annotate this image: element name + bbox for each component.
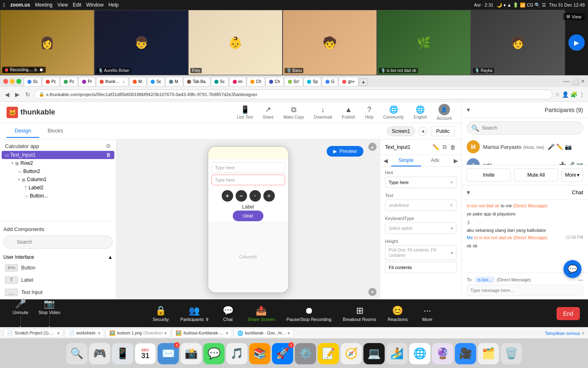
tree-item-button2[interactable]: ▭ Button2 bbox=[15, 167, 114, 175]
dock-item-arc[interactable]: 🔮 bbox=[432, 343, 453, 364]
scroll-up-button[interactable]: ▲ bbox=[368, 143, 376, 151]
component-item-label[interactable]: T Label bbox=[3, 274, 113, 286]
browser-tab-pc2[interactable]: Pc bbox=[60, 77, 78, 86]
public-button[interactable]: Public bbox=[431, 126, 455, 136]
download-chevron-worksheet[interactable]: ▾ bbox=[98, 330, 100, 336]
dock-item-chrome[interactable]: 🌐 bbox=[409, 343, 430, 364]
add-screen-button[interactable]: + bbox=[419, 127, 428, 136]
dock-item-music[interactable]: 🎵 bbox=[226, 343, 247, 364]
dock-item-appstore[interactable]: 🚀 1 bbox=[272, 343, 293, 364]
dock-item-filemanager[interactable]: 🗂️ bbox=[478, 343, 499, 364]
browser-tab-thunkable[interactable]: thunkable × bbox=[96, 77, 129, 86]
phone-btn-divide[interactable]: ÷ bbox=[263, 190, 275, 202]
text-input[interactable]: undefined × bbox=[385, 200, 457, 211]
dock-item-zoom[interactable]: 🎥 bbox=[455, 343, 476, 364]
english-button[interactable]: 🌐 English bbox=[410, 103, 430, 121]
dock-item-calendar[interactable]: DEC 31 bbox=[135, 343, 156, 364]
more-bottom-button[interactable]: ··· More bbox=[415, 304, 439, 323]
address-bar[interactable]: 🔒 x.thunkable.com/projects/5fec1af31d85b… bbox=[34, 90, 552, 99]
browser-tab-pc1[interactable]: Pc bbox=[42, 77, 60, 86]
menu-help[interactable]: Help bbox=[109, 2, 119, 8]
simple-tab[interactable]: Simple bbox=[391, 155, 421, 166]
chat-to-dropdown[interactable]: is boi... bbox=[474, 276, 495, 283]
browser-tab-sp[interactable]: Sp bbox=[303, 77, 321, 86]
browser-minimize-button[interactable]: — bbox=[563, 78, 570, 85]
browser-tab-sc3[interactable]: Sc bbox=[211, 77, 229, 86]
participants-button[interactable]: 👥 Participants 9 bbox=[176, 304, 213, 323]
chat-bubble-button[interactable]: 💬 bbox=[564, 260, 581, 278]
ui-section-header[interactable]: User Interface ▲ bbox=[3, 253, 113, 262]
tree-item-label2[interactable]: T Label2 bbox=[21, 184, 114, 192]
browser-menu-button[interactable]: ⋮ bbox=[579, 91, 585, 98]
download-item-worksheet[interactable]: 📄 worksheet- ▾ bbox=[65, 329, 104, 338]
browser-tab-tab[interactable]: Tab Ba. bbox=[183, 77, 210, 86]
stop-video-button[interactable]: 📷 Stop Video ▲ bbox=[34, 297, 65, 330]
close-tab-button[interactable]: × bbox=[122, 79, 125, 84]
component-item-button[interactable]: BTN Button bbox=[3, 262, 113, 274]
tree-item-row2[interactable]: ▾ ▦ Row2 bbox=[8, 159, 114, 167]
live-test-button[interactable]: 📱 Live Test bbox=[234, 103, 256, 121]
browser-tab-im[interactable]: im bbox=[229, 77, 247, 86]
phone-btn-plus[interactable]: + bbox=[222, 190, 233, 202]
collapse-panel-button[interactable]: ▾ bbox=[467, 106, 470, 114]
tree-item-button3[interactable]: ▭ Button... bbox=[21, 192, 114, 200]
close-download-bar-button[interactable]: × bbox=[581, 330, 585, 337]
add-adri-button[interactable]: ➕ bbox=[559, 162, 566, 165]
apple-icon[interactable]:  bbox=[3, 2, 5, 8]
collapse-chat-button[interactable]: ▾ bbox=[467, 188, 470, 196]
download-button[interactable]: ↓ Download bbox=[311, 104, 335, 121]
unmute-button[interactable]: 🎤 Unmute ▲ bbox=[8, 297, 33, 330]
scroll-down-button[interactable]: ▼ bbox=[368, 288, 376, 296]
browser-tab-sc4[interactable]: Sc! bbox=[284, 77, 303, 86]
dock-item-surfboard[interactable]: 🏄 bbox=[386, 343, 408, 364]
maximize-window-button[interactable] bbox=[16, 79, 21, 84]
dock-item-sysprefs[interactable]: 📱 bbox=[112, 343, 133, 364]
search-participants-input[interactable] bbox=[482, 125, 579, 131]
download-item-kuntilanak[interactable]: 🌐 kuntilanak - Goo...html ▾ bbox=[234, 329, 294, 338]
search-components-input[interactable] bbox=[3, 236, 113, 249]
help-button[interactable]: ? Help bbox=[362, 104, 377, 121]
props-nav-next[interactable]: ▶ bbox=[454, 157, 458, 164]
bookmark-button[interactable]: ☆ bbox=[555, 91, 560, 98]
browser-tab-g[interactable]: G bbox=[322, 77, 338, 86]
menu-view[interactable]: View bbox=[58, 2, 68, 8]
tree-item-text-input1[interactable]: ▭ Text_Input1 🗑 bbox=[2, 151, 114, 159]
phone-input-box-2[interactable]: Type here bbox=[212, 175, 285, 185]
chat-message-input[interactable] bbox=[467, 285, 583, 296]
phone-btn-multiply[interactable]: · bbox=[249, 190, 261, 202]
tree-item-column1[interactable]: ▾ ▦ Column1 bbox=[15, 175, 114, 184]
forward-button[interactable]: ▶ bbox=[13, 90, 21, 99]
make-copy-button[interactable]: ⧉ Make Copy bbox=[280, 104, 307, 121]
mute-marisa-button[interactable]: 🎤 bbox=[548, 144, 555, 150]
browser-tab-sc2[interactable]: Sc bbox=[147, 77, 165, 86]
dock-item-settings[interactable]: ⚙️ bbox=[295, 343, 316, 364]
show-all-downloads-button[interactable]: Tampilkan semua bbox=[545, 331, 580, 336]
dock-item-safari[interactable]: 🧭 bbox=[341, 343, 362, 364]
browser-tab-m1[interactable]: M. bbox=[129, 77, 147, 86]
dock-item-launchpad[interactable]: 🎮 bbox=[89, 343, 110, 364]
new-tab-button[interactable]: + bbox=[359, 79, 368, 86]
download-chevron-kostum[interactable]: ▾ bbox=[164, 330, 167, 336]
delete-icon[interactable]: 🗑 bbox=[106, 152, 111, 158]
download-item-kostum[interactable]: 🖼️ kostum 1.png Dibatalkan ▾ bbox=[106, 329, 170, 338]
more-options-button[interactable]: More ▾ bbox=[561, 168, 583, 182]
dock-item-messages[interactable]: 💬 bbox=[203, 343, 225, 364]
collapse-icon[interactable]: ▾ bbox=[11, 161, 13, 165]
download-item-ilustrasi[interactable]: 🖼️ ilustrasi-Kuntilanak-....jpg ▾ bbox=[172, 329, 232, 338]
stop-icon[interactable]: ⏹ bbox=[39, 67, 43, 72]
phone-btn-minus[interactable]: − bbox=[236, 190, 247, 202]
publish-button[interactable]: ▲ Publish bbox=[339, 104, 359, 121]
cam-adri-button[interactable]: 📷 bbox=[576, 162, 583, 165]
breakout-rooms-button[interactable]: ⊞ Breakout Rooms bbox=[339, 304, 381, 323]
dock-item-finder[interactable]: 🔍 bbox=[66, 343, 87, 364]
pause-recording-button[interactable]: ⏺ Pause/Stop Recording bbox=[283, 304, 336, 323]
text-clear-button[interactable]: × bbox=[450, 202, 453, 208]
view-button[interactable]: ⊞ View bbox=[563, 13, 585, 20]
menu-meeting[interactable]: Meeting bbox=[35, 2, 53, 8]
dock-item-books[interactable]: 📚 bbox=[249, 343, 270, 364]
end-button[interactable]: End bbox=[557, 307, 580, 320]
dock-item-notes[interactable]: 📝 bbox=[318, 343, 339, 364]
dock-item-photos[interactable]: 📸 bbox=[180, 343, 202, 364]
blocks-tab[interactable]: Blocks bbox=[39, 124, 71, 138]
dock-item-mail[interactable]: ✉️ 6 bbox=[158, 343, 179, 364]
